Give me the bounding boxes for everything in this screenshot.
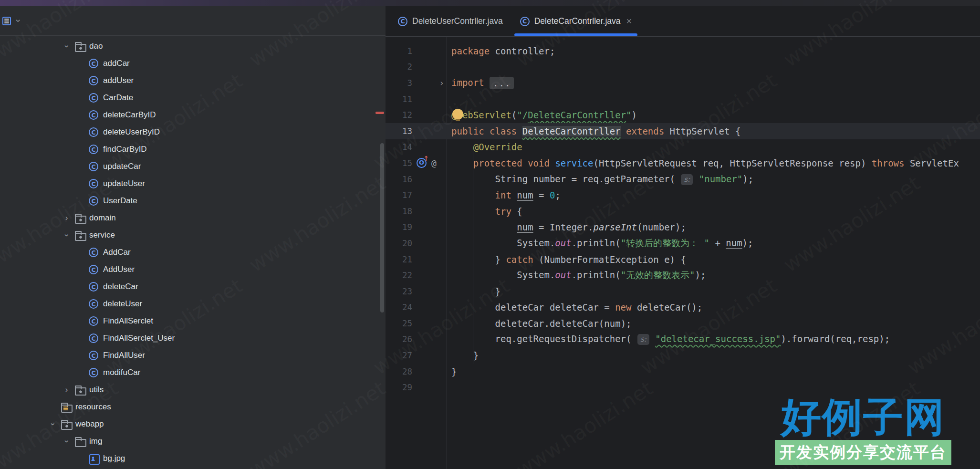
tree-item-deleteuser[interactable]: deleteUser [0,295,386,313]
main-layout: daoaddCaraddUserCarDatedeleteCarByIDdele… [0,6,980,469]
tree-item-updatecar[interactable]: updateCar [0,158,386,175]
tree-item-adduser[interactable]: AddUser [0,261,386,278]
gutter-icons [412,203,447,219]
tree-item-findalluser[interactable]: FindAllUser [0,347,386,364]
tree-item-label: modifuCar [103,368,140,377]
tree-item-findallserclet[interactable]: FindAllSerclet [0,313,386,330]
code-line-12[interactable]: 12@WebServlet("/DeleteCarContrller") [386,107,980,123]
gutter-icons [412,107,447,123]
line-number: 28 [386,367,412,376]
class-icon [87,295,100,313]
code-line-24[interactable]: 24 deleteCar deleteCar = new deleteCar()… [386,300,980,316]
code-line-20[interactable]: 20 System.out.println("转换后的整数为： " + num)… [386,235,980,251]
tree-item-findcarbyid[interactable]: findCarByID [0,141,386,158]
code-line-1[interactable]: 1package controller; [386,43,980,59]
tree-item-resources[interactable]: resources [0,398,386,416]
tree-item-adduser[interactable]: addUser [0,72,386,89]
tree-item-bg.jpg[interactable]: bg.jpg [0,450,386,467]
intention-bulb-icon[interactable] [452,109,463,120]
code-line-14[interactable]: 14 @Override [386,139,980,156]
tree-item-cardate[interactable]: CarDate [0,89,386,106]
code-line-22[interactable]: 22 System.out.println("无效的整数表示"); [386,267,980,283]
project-panel: daoaddCaraddUserCarDatedeleteCarByIDdele… [0,6,386,469]
code-line-11[interactable]: 11 [386,91,980,107]
code-text: import ... [447,77,514,89]
code-line-16[interactable]: 16 String number = req.getParameter( s: … [386,171,980,188]
chevron-down-icon[interactable] [46,419,60,429]
gutter: 22 [386,267,447,283]
tree-item-domain[interactable]: domain [0,209,386,227]
code-line-2[interactable]: 2 [386,59,980,75]
project-tool-window-icon[interactable] [2,17,11,25]
gutter: 19 [386,219,447,236]
tab-deleteusercontrller-java[interactable]: DeleteUserContrller.java [389,6,511,36]
code-line-27[interactable]: 27 } [386,347,980,364]
tree-item-label: deleteUserByID [103,127,160,137]
tree-item-label: AddCar [103,248,131,257]
tree-item-label: service [89,230,115,240]
code-text: deleteCar deleteCar = new deleteCar(); [447,302,702,313]
code-line-18[interactable]: 18 try { [386,203,980,219]
gutter-icons [412,91,447,107]
tree-item-addcar[interactable]: addCar [0,55,386,72]
code-line-13[interactable]: 13public class DeleteCarContrller extend… [386,123,980,139]
code-line-23[interactable]: 23 } [386,283,980,300]
gutter-icons [412,283,447,300]
annotation-gutter-icon[interactable] [431,158,437,168]
tree-item-deletecar[interactable]: deleteCar [0,278,386,295]
tree-item-findallserclet_user[interactable]: FindAllSerclet_User [0,330,386,347]
tab-label: DeleteUserContrller.java [412,16,503,26]
line-number: 15 [386,158,412,168]
chevron-right-icon[interactable] [60,385,73,395]
code-line-21[interactable]: 21 } catch (NumberFormatException e) { [386,251,980,268]
folder-src-icon [60,416,72,433]
code-text: protected void service(HttpServletReques… [447,158,959,168]
gutter: 29 [386,379,447,396]
code-line-15[interactable]: 15 protected void service(HttpServletReq… [386,155,980,171]
gutter-icons [412,155,447,171]
line-number: 13 [386,126,412,136]
code-text: System.out.println("无效的整数表示"); [447,269,706,281]
code-line-26[interactable]: 26 req.getRequestDispatcher( s: "deletec… [386,332,980,348]
code-text: deleteCar.deleteCar(num); [447,318,632,329]
class-icon [87,158,100,175]
code-line-19[interactable]: 19 num = Integer.parseInt(number); [386,219,980,236]
code-text: } catch (NumberFormatException e) { [447,254,686,265]
chevron-down-icon[interactable] [60,437,73,446]
chevron-down-icon[interactable] [60,230,73,240]
chevron-right-icon[interactable] [60,213,73,223]
gutter: 2 [386,59,447,75]
overrides-method-icon[interactable] [417,158,427,168]
chevron-down-icon[interactable] [17,16,20,26]
code-line-3[interactable]: 3import ... [386,75,980,91]
code-line-28[interactable]: 28} [386,364,980,380]
line-number: 16 [386,175,412,184]
editor-tab-bar: DeleteUserContrller.java DeleteCarContrl… [386,6,980,37]
chevron-down-icon[interactable] [60,42,73,51]
class-icon [87,175,100,192]
gutter: 16 [386,171,447,188]
tree-item-webapp[interactable]: webapp [0,416,386,433]
tree-item-modifucar[interactable]: modifuCar [0,364,386,381]
tree-item-service[interactable]: service [0,227,386,244]
code-text: package controller; [447,46,555,56]
line-number: 12 [386,110,412,120]
tab-deletecarcontrller-java[interactable]: DeleteCarContrller.java × [511,6,641,36]
class-icon [87,141,100,158]
tree-item-userdate[interactable]: UserDate [0,192,386,209]
fold-arrow-icon[interactable] [439,78,444,88]
tree-item-addcar[interactable]: AddCar [0,244,386,261]
tree-item-utils[interactable]: utils [0,381,386,398]
tree-item-dao[interactable]: dao [0,38,386,55]
close-icon[interactable]: × [626,16,632,27]
tree-item-img[interactable]: img [0,433,386,450]
tree-item-label: bg.jpg [103,454,125,463]
tree-item-deletecarbyid[interactable]: deleteCarByID [0,106,386,124]
tree-item-label: updateCar [103,162,141,171]
tree-item-updateuser[interactable]: updateUser [0,175,386,192]
code-line-25[interactable]: 25 deleteCar.deleteCar(num); [386,315,980,332]
tree-scrollbar[interactable] [380,143,384,313]
tree-item-deleteuserbyid[interactable]: deleteUserByID [0,124,386,141]
tree-item-label: findCarByID [103,145,147,154]
code-line-17[interactable]: 17 int num = 0; [386,187,980,203]
